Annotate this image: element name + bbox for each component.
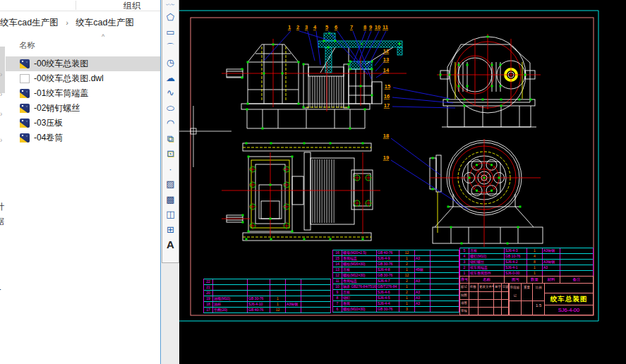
table-cell-name: 卷筒 (342, 301, 377, 306)
balloon: 19 (383, 154, 389, 161)
table-cell-mat (543, 254, 560, 259)
dwg-file-icon (20, 133, 30, 142)
table-cell-rem (301, 308, 330, 313)
table-cell-name (213, 291, 248, 296)
balloon: 2 (296, 24, 299, 30)
spline-icon: ∿ (167, 88, 174, 97)
tree-item-fragment[interactable]: T (0, 288, 1, 298)
table-cell-qty: 2 (399, 262, 415, 267)
table-cell-dwg (248, 291, 270, 296)
sort-caret-icon[interactable]: ^ (102, 33, 104, 40)
table-cell-mat: A3铸钢 (543, 260, 560, 265)
bom-header-no: 序号 (460, 277, 469, 283)
tool-arc[interactable]: ⌒ (162, 40, 179, 56)
table-cell-qty (270, 291, 286, 296)
table-cell-dwg: GB 30-76 (377, 307, 399, 312)
file-list: -00绞车总装图 -00绞车总装图.dwl -01绞车筒端盖 -02销钉螺丝 -… (6, 56, 160, 145)
table-cell-mat: A3铸钢 (543, 248, 560, 253)
table-row: 21 (204, 284, 330, 290)
bom-header-qty: 数量 (527, 277, 543, 283)
balloon: 4 (313, 24, 317, 30)
tool-ellipse-arc[interactable]: ◠ (162, 116, 179, 131)
file-row[interactable]: -03压板 (6, 116, 160, 131)
drawing-number: SJ6-4-00 (545, 305, 593, 315)
table-row: 制图 (460, 291, 509, 299)
breadcrumb-parent[interactable]: 绞车cad生产图 (0, 17, 59, 29)
table-cell-qty: 1 (399, 296, 415, 301)
table-row: 20 (204, 290, 330, 296)
tool-circle[interactable]: ◷ (162, 55, 179, 71)
toolbar-separator (76, 1, 76, 10)
table-cell-rem (301, 302, 330, 307)
table-cell-rem (560, 271, 593, 276)
tool-table[interactable]: ⊞ (162, 222, 179, 238)
breadcrumb-current[interactable]: 绞车cad生产图 (76, 17, 134, 29)
tree-item-fragment[interactable]: 据 (0, 216, 4, 228)
bom-table-main: 5压板SJ6-4-31A3铸钢4螺钉(M10)GB 10-7643销钉螺丝SJ6… (459, 248, 594, 277)
tool-ellipse[interactable]: ⬭ (162, 101, 179, 116)
table-cell-qty: 1 (527, 248, 543, 253)
table-cell-qty: 2 (399, 290, 415, 295)
table-cell-rem (431, 279, 459, 284)
bom-table-left: 22212019油嘴(M10)GB 30-76118油杯SJ6-4-101A3铸… (203, 279, 331, 313)
organize-button[interactable]: 组织 (124, 0, 140, 12)
table-cell-mat (286, 291, 301, 296)
tool-hatch[interactable]: ▨ (162, 176, 179, 192)
table-row: 5压板SJ6-4-31A3铸钢 (460, 248, 593, 253)
tool-spline[interactable]: ∿ (162, 85, 179, 101)
table-cell-d (494, 292, 502, 299)
tool-point[interactable]: · (162, 162, 179, 177)
tool-gradient[interactable]: ▩ (162, 192, 179, 207)
table-row: 14螺栓(M16×30)GB 30-762 (333, 261, 459, 267)
file-row[interactable]: -00绞车总装图.dwl (6, 71, 160, 86)
tree-expander-icon[interactable]: › (0, 71, 2, 78)
table-cell-a: 制图 (460, 292, 469, 299)
bom-header-name: 名称 (469, 277, 505, 283)
table-row: 12螺栓(M12×30)GB 30-7612 (333, 272, 459, 278)
file-row[interactable]: -01绞车筒端盖 (6, 86, 160, 101)
table-cell-no: 13 (333, 267, 342, 272)
table-cell-name: 垫圈(20) (213, 308, 248, 313)
tool-region[interactable]: ◫ (162, 207, 179, 222)
tree-item-fragment[interactable]: 计 (0, 201, 4, 213)
tool-multiline-text[interactable]: A (162, 237, 179, 253)
tool-revision-cloud[interactable]: ☁ (162, 71, 179, 86)
column-header-name[interactable]: 名称 (19, 40, 35, 51)
table-cell-name: 螺钉(M10) (469, 254, 505, 259)
table-row: 13压板SJ6-4-8145钢 (333, 267, 459, 272)
table-cell-mat (415, 273, 431, 278)
table-cell-no: 7 (333, 301, 342, 306)
tool-rectangle[interactable]: ▭ (162, 25, 179, 40)
table-cell-no: 17 (204, 308, 213, 313)
table-cell-dwg: SJ6-4-6 (377, 290, 399, 295)
tree-expander-icon[interactable]: › (0, 136, 2, 144)
table-cell-mat (415, 250, 431, 255)
file-row[interactable]: -02销钉螺丝 (6, 101, 160, 116)
table-cell-qty: 1 (527, 265, 543, 270)
table-row: 9压板SJ6-4-62A3 (333, 289, 459, 295)
table-cell-name: 压板 (342, 267, 377, 272)
file-row[interactable]: -04卷筒 (6, 131, 160, 145)
tool-polygon[interactable]: ⬠ (162, 10, 179, 25)
table-cell-b (469, 308, 478, 315)
tool-polyline[interactable]: ﹏ (162, 0, 179, 10)
signature-grid: 标记处数更改文件号签字日期制图描图审核 (460, 284, 510, 315)
balloon: 6 (335, 24, 337, 30)
tree-expander-icon[interactable]: › (0, 110, 2, 118)
tool-insert-block[interactable]: ⧉ (162, 131, 179, 147)
table-row: 22 (204, 279, 330, 284)
file-label: -00绞车总装图.dwl (34, 73, 104, 85)
tool-make-block[interactable]: ⊡ (162, 146, 179, 162)
cad-canvas[interactable]: 1 2 3 4 5 6 7 8 9 10 11 12 13 14 15 16 1… (179, 0, 626, 364)
table-cell-no: 5 (460, 248, 469, 253)
table-cell-dwg (248, 279, 270, 284)
file-row-selected[interactable]: -00绞车总装图 (6, 56, 160, 71)
file-label: -01绞车筒端盖 (34, 87, 88, 99)
table-cell-mat (415, 284, 431, 289)
table-cell-dwg: SJ6-4-7 (377, 279, 399, 284)
file-label: -02销钉螺丝 (34, 102, 80, 114)
tree-expander-icon[interactable]: › (0, 90, 2, 98)
table-row: 18油杯SJ6-4-101A3铸钢 (204, 301, 330, 307)
tree-scrollbar[interactable] (0, 47, 5, 93)
ellipse-icon: ⬭ (167, 104, 174, 113)
